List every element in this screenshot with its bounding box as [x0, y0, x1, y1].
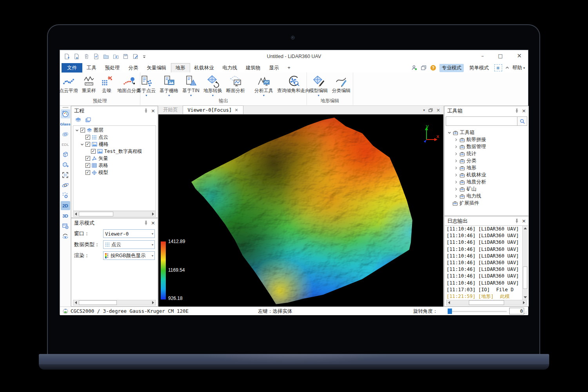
fit-view-tool[interactable]: [61, 171, 70, 180]
pin-icon[interactable]: [144, 109, 148, 113]
close-icon[interactable]: ×: [151, 108, 155, 113]
denoise-button[interactable]: 去噪: [98, 74, 115, 98]
menu-tab-display[interactable]: 显示: [265, 63, 283, 73]
search-button[interactable]: [517, 117, 527, 125]
close-button[interactable]: ×: [517, 52, 522, 59]
rotation-slider-thumb[interactable]: [448, 309, 452, 314]
toolbox-item-powerline[interactable]: 电力线: [447, 192, 528, 200]
checkbox[interactable]: ✓: [91, 149, 96, 154]
dropdown-icon[interactable]: ▾: [190, 94, 192, 98]
visibility-tool[interactable]: [61, 232, 70, 241]
toolbox-item-mining[interactable]: 矿山: [447, 185, 528, 192]
dropdown-icon[interactable]: ▾: [212, 94, 214, 98]
checkbox[interactable]: ✓: [85, 135, 90, 140]
log-horizontal-scrollbar[interactable]: [446, 300, 527, 305]
terrain-convert-button[interactable]: 地形转换 ▾: [201, 74, 224, 98]
datatype-select[interactable]: 点云 ▾: [103, 240, 155, 249]
dropdown-icon[interactable]: ▾: [168, 94, 170, 98]
log-list[interactable]: [11:10:46][LiDAR360 UAV] [11:10:46][LiDA…: [445, 225, 528, 300]
toolbox-item-terrain[interactable]: 地形: [447, 164, 528, 171]
model-edit-button[interactable]: 模型编辑 ▾: [307, 74, 330, 98]
pointcloud-smooth-button[interactable]: 点云平滑: [57, 74, 80, 98]
menu-tab-tools[interactable]: 工具: [82, 63, 101, 73]
from-tin-button[interactable]: 基于TIN ▾: [180, 74, 201, 98]
collapse-ribbon-icon[interactable]: [505, 66, 509, 69]
user-account-icon[interactable]: [411, 65, 417, 71]
close-viewer-icon[interactable]: ×: [436, 107, 440, 113]
from-pointcloud-button[interactable]: 基于点云 ▾: [135, 74, 158, 98]
terrain-render[interactable]: [158, 114, 443, 307]
toolbox-item-statistics[interactable]: 统计: [447, 150, 528, 157]
tree-row-layers[interactable]: ✓ 图层: [73, 127, 156, 134]
layers-stack-icon[interactable]: [85, 117, 92, 123]
display-mode-horizontal-scrollbar[interactable]: [73, 300, 156, 305]
window-select[interactable]: Viewer-0 ▾: [103, 229, 155, 238]
float-window-icon[interactable]: [428, 108, 433, 112]
checkbox[interactable]: ✓: [85, 163, 90, 168]
close-icon[interactable]: ×: [151, 220, 155, 225]
dropdown-icon[interactable]: ▾: [263, 94, 265, 98]
toolbox-item-classify[interactable]: 分类: [447, 157, 528, 164]
cube-add-tool[interactable]: [61, 160, 70, 169]
classify-edit-button[interactable]: 分类编辑: [330, 74, 353, 98]
menu-tab-terrain[interactable]: 地形: [171, 63, 190, 73]
checkbox[interactable]: ✓: [85, 170, 90, 175]
help-menu[interactable]: 帮助▾: [512, 65, 525, 71]
mode-3d-button[interactable]: 3D: [61, 211, 70, 220]
help-circle-icon[interactable]: ?: [430, 65, 436, 71]
pin-icon[interactable]: [515, 109, 519, 113]
pin-icon[interactable]: [144, 221, 148, 225]
tab-list-dropdown-icon[interactable]: ▾: [423, 108, 425, 112]
tree-row-pointcloud[interactable]: ✓ 点云: [73, 134, 156, 141]
resize-grip[interactable]: [522, 309, 526, 314]
rotation-slider-track[interactable]: [447, 311, 507, 312]
toolbox-root[interactable]: 工具箱: [447, 129, 528, 136]
orbit-rotate-tool[interactable]: [61, 181, 70, 190]
capture-mode-icon[interactable]: [494, 64, 502, 71]
checkbox[interactable]: ✓: [85, 142, 90, 147]
menu-tab-classify[interactable]: 分类: [124, 63, 143, 73]
toolbox-search-input[interactable]: [446, 117, 517, 125]
tree-row-raster[interactable]: ✓ 栅格: [73, 141, 156, 148]
menu-tab-file[interactable]: 文件: [62, 63, 82, 73]
menu-tab-preprocess[interactable]: 预处理: [101, 63, 124, 73]
render-select[interactable]: 按RGB颜色显示 ▾: [103, 251, 155, 260]
toolbox-item-strip-align[interactable]: 航带拼接: [447, 136, 528, 143]
tab-viewer-0[interactable]: Viewer-0[Focus] ×: [183, 105, 243, 114]
project-horizontal-scrollbar[interactable]: [73, 211, 156, 217]
close-icon[interactable]: ×: [522, 108, 526, 113]
tab-start-page[interactable]: 开始页: [158, 106, 183, 114]
edl-mode-button[interactable]: EDL: [61, 140, 70, 149]
close-icon[interactable]: ×: [522, 218, 526, 223]
pin-icon[interactable]: [515, 219, 519, 223]
menu-tab-add[interactable]: +: [283, 63, 295, 73]
section-analysis-button[interactable]: 断面分析: [224, 74, 247, 98]
dip-strike-query-button[interactable]: 查询倾角和走向: [275, 74, 312, 98]
contour-display-tool[interactable]: [61, 130, 70, 139]
mode-2d-button[interactable]: 2D: [61, 201, 70, 210]
log-vertical-scrollbar[interactable]: [522, 226, 528, 300]
menu-tab-forestry[interactable]: 机载林业: [190, 63, 218, 73]
point-settings-tool[interactable]: [61, 191, 70, 200]
toolbox-item-data-mgmt[interactable]: 数据管理: [447, 143, 528, 150]
window-layout-icon[interactable]: [421, 65, 427, 71]
rail-grip-icon[interactable]: [62, 107, 69, 108]
viewer-canvas[interactable]: 1412.89 1169.54 926.18 y x: [158, 114, 443, 307]
toolbox-item-plugins[interactable]: 扩展插件: [447, 200, 528, 207]
glass-mode-button[interactable]: Glass: [61, 120, 70, 129]
tree-row-dem[interactable]: ✓ Test_数字高程模: [73, 148, 156, 155]
new-viewer-tool[interactable]: [61, 221, 70, 230]
minimize-button[interactable]: –: [481, 53, 484, 59]
tree-row-table[interactable]: ✓ 表格: [73, 162, 156, 169]
analysis-tools-button[interactable]: 分析工具 ▾: [252, 74, 275, 98]
pro-mode-button[interactable]: 专业模式: [439, 64, 464, 72]
dropdown-icon[interactable]: ▾: [145, 94, 147, 98]
menu-tab-vector-edit[interactable]: 矢量编辑: [143, 63, 171, 73]
toolbox-item-forestry[interactable]: 机载林业: [447, 171, 528, 178]
layers-flat-icon[interactable]: [75, 117, 82, 123]
simple-mode-button[interactable]: 简单模式: [467, 64, 491, 72]
dropdown-icon[interactable]: ▾: [318, 94, 319, 98]
menu-tab-powerline[interactable]: 电力线: [218, 63, 242, 73]
tree-row-vector[interactable]: ✓ 矢量: [73, 155, 156, 162]
menu-tab-building[interactable]: 建筑物: [241, 63, 265, 73]
